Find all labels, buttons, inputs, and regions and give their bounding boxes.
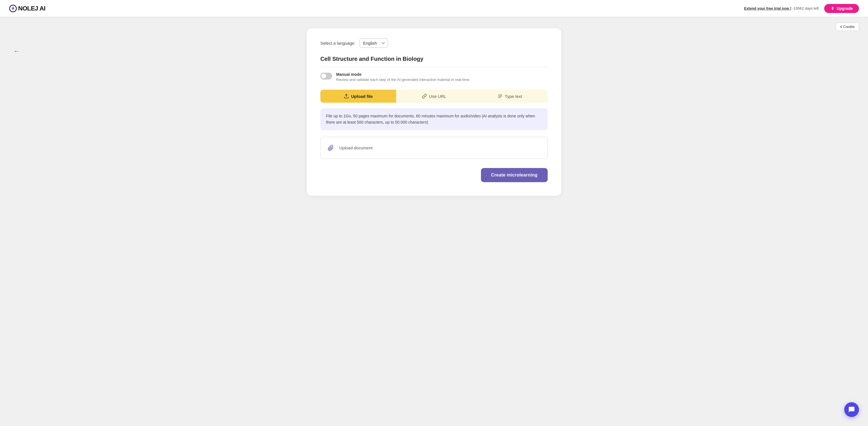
header: NOLEJ AI Extend your free trial now ! -1… — [0, 0, 868, 17]
attachment-icon-wrap — [326, 144, 335, 152]
link-icon — [422, 94, 427, 99]
manual-mode-text: Manual mode Review and validate each ste… — [336, 72, 548, 82]
credits-badge: 4 Credits — [836, 23, 859, 31]
toggle-slider — [320, 73, 332, 80]
svg-point-1 — [12, 7, 14, 10]
language-row: Select a language: English French Spanis… — [320, 38, 548, 48]
upgrade-label: Upgrade — [837, 6, 853, 11]
content-tabs: Upload file Use URL Type text — [320, 90, 548, 103]
text-icon — [498, 94, 503, 99]
back-button[interactable]: ← — [11, 45, 22, 57]
chat-icon — [848, 406, 855, 413]
tab-upload-file[interactable]: Upload file — [320, 90, 396, 103]
header-right: Extend your free trial now ! -19562 days… — [744, 4, 859, 13]
trial-link[interactable]: Extend your free trial now ! — [744, 6, 792, 10]
create-microlearning-button[interactable]: Create microlearning — [481, 168, 548, 182]
language-select[interactable]: English French Spanish German — [359, 38, 388, 48]
language-label: Select a language: — [320, 41, 355, 45]
manual-mode-toggle[interactable] — [320, 73, 332, 80]
chat-bubble[interactable] — [844, 402, 859, 417]
manual-mode-description: Review and validate each step of the AI-… — [336, 78, 548, 82]
attachment-icon — [328, 145, 334, 151]
tab-type-text[interactable]: Type text — [472, 90, 548, 103]
trial-days: -19562 days left — [793, 6, 819, 10]
tab-url-label: Use URL — [429, 94, 446, 99]
logo: NOLEJ AI — [9, 4, 45, 12]
main-content: Select a language: English French Spanis… — [0, 17, 868, 207]
manual-mode-row: Manual mode Review and validate each ste… — [320, 72, 548, 82]
module-title: Cell Structure and Function in Biology — [320, 56, 548, 67]
logo-text: NOLEJ AI — [18, 5, 45, 12]
logo-icon — [9, 4, 17, 12]
tab-upload-label: Upload file — [351, 94, 373, 99]
trial-text: Extend your free trial now ! -19562 days… — [744, 6, 818, 10]
tab-use-url[interactable]: Use URL — [396, 90, 472, 103]
upload-placeholder: Upload document — [339, 145, 373, 150]
svg-point-2 — [12, 6, 13, 8]
create-button-row: Create microlearning — [320, 168, 548, 182]
main-card: Select a language: English French Spanis… — [307, 28, 561, 196]
upgrade-button[interactable]: Upgrade — [824, 4, 859, 13]
rocket-icon — [830, 6, 835, 11]
manual-mode-title: Manual mode — [336, 72, 548, 77]
svg-point-3 — [832, 8, 833, 8]
upload-icon — [344, 94, 349, 99]
upload-area[interactable]: Upload document — [320, 137, 548, 159]
info-box: File up to 1Go, 50 pages maximum for doc… — [320, 108, 548, 130]
tab-text-label: Type text — [505, 94, 522, 99]
